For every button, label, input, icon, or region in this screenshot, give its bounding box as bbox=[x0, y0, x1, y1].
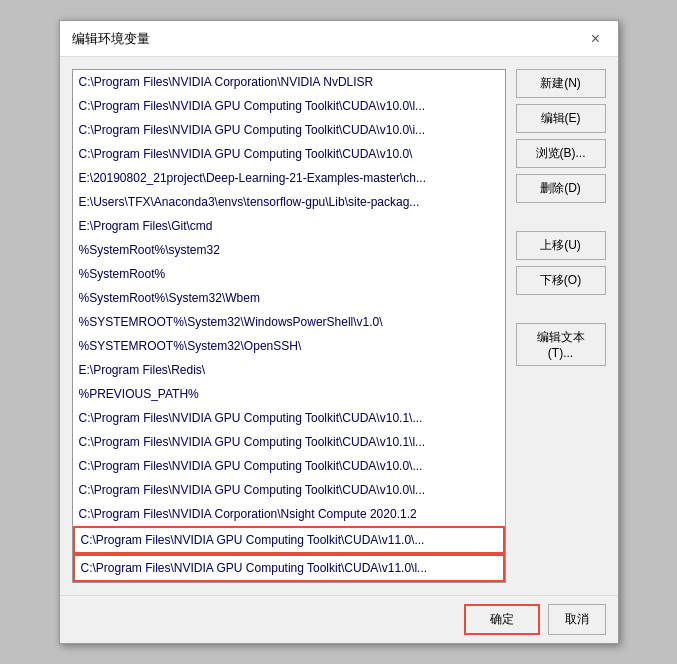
list-item[interactable]: C:\Program Files\NVIDIA Corporation\Nsig… bbox=[73, 502, 505, 526]
new-button[interactable]: 新建(N) bbox=[516, 69, 606, 98]
list-item[interactable]: E:\Program Files\Git\cmd bbox=[73, 214, 505, 238]
list-item[interactable]: %SYSTEMROOT%\System32\OpenSSH\ bbox=[73, 334, 505, 358]
spacer2 bbox=[516, 301, 606, 317]
list-item[interactable]: C:\Program Files\NVIDIA GPU Computing To… bbox=[73, 430, 505, 454]
list-item[interactable]: C:\Program Files\NVIDIA GPU Computing To… bbox=[73, 554, 505, 582]
list-item[interactable]: C:\Program Files\NVIDIA GPU Computing To… bbox=[73, 454, 505, 478]
list-item[interactable]: %SYSTEMROOT%\System32\WindowsPowerShell\… bbox=[73, 310, 505, 334]
move-up-button[interactable]: 上移(U) bbox=[516, 231, 606, 260]
list-item[interactable]: C:\Program Files\NVIDIA GPU Computing To… bbox=[73, 94, 505, 118]
list-item[interactable]: C:\Program Files\NVIDIA GPU Computing To… bbox=[73, 478, 505, 502]
edit-button[interactable]: 编辑(E) bbox=[516, 104, 606, 133]
list-item[interactable]: E:\Program Files\Redis\ bbox=[73, 358, 505, 382]
spacer1 bbox=[516, 209, 606, 225]
list-item[interactable]: C:\Program Files\NVIDIA GPU Computing To… bbox=[73, 118, 505, 142]
edit-env-var-dialog: 编辑环境变量 × C:\Program Files\NVIDIA Corpora… bbox=[59, 20, 619, 644]
list-item[interactable]: %SystemRoot% bbox=[73, 262, 505, 286]
ok-button[interactable]: 确定 bbox=[464, 604, 540, 635]
title-bar: 编辑环境变量 × bbox=[60, 21, 618, 57]
dialog-title: 编辑环境变量 bbox=[72, 30, 150, 48]
list-item[interactable]: C:\Program Files\NVIDIA Corporation\NVID… bbox=[73, 70, 505, 94]
browse-button[interactable]: 浏览(B)... bbox=[516, 139, 606, 168]
list-item[interactable]: %SystemRoot%\system32 bbox=[73, 238, 505, 262]
close-button[interactable]: × bbox=[586, 29, 606, 49]
list-item[interactable]: C:\Program Files\NVIDIA GPU Computing To… bbox=[73, 526, 505, 554]
list-item[interactable]: %SystemRoot%\System32\Wbem bbox=[73, 286, 505, 310]
cancel-button[interactable]: 取消 bbox=[548, 604, 606, 635]
list-item[interactable]: C:\Program Files\NVIDIA GPU Computing To… bbox=[73, 142, 505, 166]
edit-text-button[interactable]: 编辑文本(T)... bbox=[516, 323, 606, 366]
move-down-button[interactable]: 下移(O) bbox=[516, 266, 606, 295]
list-item[interactable]: C:\Program Files\NVIDIA GPU Computing To… bbox=[73, 406, 505, 430]
bottom-bar: 确定 取消 bbox=[60, 595, 618, 643]
list-item[interactable]: E:\Users\TFX\Anaconda3\envs\tensorflow-g… bbox=[73, 190, 505, 214]
list-item[interactable]: %PREVIOUS_PATH% bbox=[73, 382, 505, 406]
env-var-list[interactable]: C:\Program Files\NVIDIA Corporation\NVID… bbox=[72, 69, 506, 583]
content-area: C:\Program Files\NVIDIA Corporation\NVID… bbox=[60, 57, 618, 595]
action-buttons-panel: 新建(N) 编辑(E) 浏览(B)... 删除(D) 上移(U) 下移(O) 编… bbox=[516, 69, 606, 583]
list-item[interactable]: E:\20190802_21project\Deep-Learning-21-E… bbox=[73, 166, 505, 190]
delete-button[interactable]: 删除(D) bbox=[516, 174, 606, 203]
